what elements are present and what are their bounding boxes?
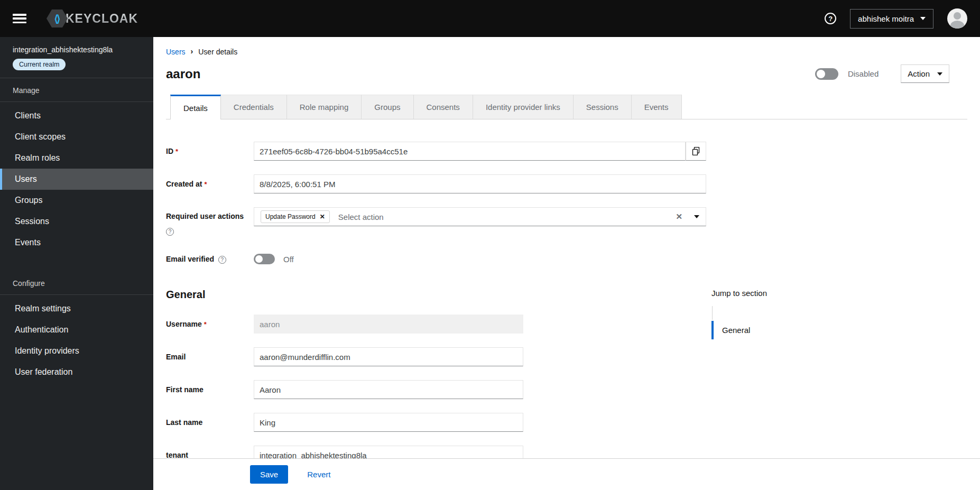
email-row: Email: [166, 347, 689, 366]
created-at-input[interactable]: [254, 174, 706, 193]
email-verified-row: Email verified ? Off: [166, 254, 967, 264]
chevron-down-icon: [937, 72, 942, 76]
sidebar-item-realm-roles[interactable]: Realm roles: [0, 147, 153, 169]
sidebar-item-sessions[interactable]: Sessions: [0, 211, 153, 232]
main-content: Users › User details aaron Disabled Acti…: [153, 37, 980, 490]
help-icon[interactable]: ?: [166, 228, 174, 236]
username-label: Username*: [166, 320, 254, 328]
chevron-down-icon: [920, 17, 926, 20]
last-name-input[interactable]: [254, 413, 523, 432]
user-enabled-toggle-label: Disabled: [848, 69, 879, 78]
breadcrumb-current: User details: [198, 48, 237, 56]
last-name-row: Last name: [166, 413, 689, 432]
jump-link-track: [712, 306, 713, 320]
sidebar-item-identity-providers[interactable]: Identity providers: [0, 340, 153, 362]
nav-section-configure: Configure: [0, 271, 153, 294]
email-verified-state: Off: [283, 255, 294, 264]
email-label: Email: [166, 353, 254, 361]
email-input[interactable]: [254, 347, 523, 366]
breadcrumb: Users › User details: [166, 48, 967, 56]
tab-sessions[interactable]: Sessions: [574, 95, 632, 119]
created-at-field-row: Created at*: [166, 174, 967, 193]
realm-name: integration_abhishektesting8la: [13, 45, 141, 54]
required-asterisk: *: [175, 147, 178, 155]
jump-to-section-panel: Jump to section General: [711, 289, 767, 478]
current-realm-badge: Current realm: [13, 59, 66, 70]
username-input: [254, 315, 523, 334]
keycloak-logo-text: KEYCLOAK: [66, 12, 138, 26]
keycloak-admin-console: ⟨⟩ KEYCLOAK ? abhishek moitra integratio…: [0, 0, 980, 490]
sidebar: integration_abhishektesting8la Current r…: [0, 37, 153, 490]
tab-credentials[interactable]: Credentials: [221, 95, 287, 119]
page-title: aaron: [166, 67, 200, 81]
sidebar-item-clients[interactable]: Clients: [0, 105, 153, 126]
created-at-label: Created at*: [166, 180, 254, 188]
help-icon[interactable]: ?: [825, 13, 836, 24]
action-dropdown-label: Action: [908, 69, 930, 78]
chevron-right-icon: ›: [191, 47, 193, 56]
required-user-actions-label: Required user actions ?: [166, 207, 254, 236]
required-asterisk: *: [204, 180, 207, 188]
last-name-label: Last name: [166, 418, 254, 427]
sidebar-item-events[interactable]: Events: [0, 232, 153, 253]
update-password-chip: Update Password ✕: [261, 210, 330, 223]
keycloak-logo: ⟨⟩ KEYCLOAK: [47, 10, 138, 27]
user-menu-dropdown[interactable]: abhishek moitra: [850, 9, 933, 29]
breadcrumb-users-link[interactable]: Users: [166, 48, 186, 56]
required-asterisk: *: [204, 320, 207, 328]
sidebar-item-client-scopes[interactable]: Client scopes: [0, 126, 153, 147]
id-field-row: ID*: [166, 142, 967, 161]
sidebar-item-realm-settings[interactable]: Realm settings: [0, 298, 153, 319]
save-button[interactable]: Save: [250, 465, 288, 484]
required-user-actions-row: Required user actions ? Update Password …: [166, 207, 967, 236]
user-menu-name: abhishek moitra: [858, 14, 914, 23]
action-dropdown[interactable]: Action: [901, 64, 949, 83]
clear-selections-icon[interactable]: ✕: [676, 212, 682, 221]
keycloak-logo-icon: ⟨⟩: [47, 10, 68, 27]
required-user-actions-multiselect[interactable]: Update Password ✕ Select action ✕: [254, 207, 706, 226]
id-input[interactable]: [254, 142, 686, 161]
tab-groups[interactable]: Groups: [362, 95, 413, 119]
username-row: Username*: [166, 315, 689, 334]
avatar[interactable]: [947, 8, 967, 29]
sidebar-item-groups[interactable]: Groups: [0, 190, 153, 211]
nav-toggle-hamburger-icon[interactable]: [13, 14, 26, 23]
tab-identity-provider-links[interactable]: Identity provider links: [473, 95, 574, 119]
sidebar-item-authentication[interactable]: Authentication: [0, 319, 153, 340]
help-icon[interactable]: ?: [218, 256, 226, 264]
email-verified-label: Email verified ?: [166, 255, 254, 264]
user-enabled-toggle[interactable]: [815, 68, 838, 80]
chevron-down-icon[interactable]: [694, 215, 699, 218]
chip-remove-icon[interactable]: ✕: [320, 213, 325, 220]
jump-link-general[interactable]: General: [711, 321, 767, 339]
sidebar-item-users[interactable]: Users: [0, 169, 153, 190]
first-name-input[interactable]: [254, 380, 523, 399]
form-actions-bar: Save Revert: [153, 458, 980, 490]
copy-to-clipboard-button[interactable]: [686, 142, 706, 161]
email-verified-toggle[interactable]: [254, 254, 275, 264]
jump-to-section-title: Jump to section: [711, 289, 767, 298]
tab-consents[interactable]: Consents: [414, 95, 473, 119]
first-name-label: First name: [166, 385, 254, 394]
id-label: ID*: [166, 147, 254, 155]
user-detail-tabs: Details Credentials Role mapping Groups …: [166, 95, 967, 119]
tab-role-mapping[interactable]: Role mapping: [287, 95, 362, 119]
masthead: ⟨⟩ KEYCLOAK ? abhishek moitra: [0, 0, 980, 37]
nav-section-manage: Manage: [0, 78, 153, 101]
tab-details[interactable]: Details: [170, 95, 221, 119]
revert-button[interactable]: Revert: [307, 470, 330, 479]
copy-icon: [692, 147, 700, 155]
general-section-heading: General: [166, 289, 689, 301]
first-name-row: First name: [166, 380, 689, 399]
select-action-placeholder: Select action: [338, 212, 668, 221]
sidebar-item-user-federation[interactable]: User federation: [0, 362, 153, 383]
tab-events[interactable]: Events: [632, 95, 682, 119]
